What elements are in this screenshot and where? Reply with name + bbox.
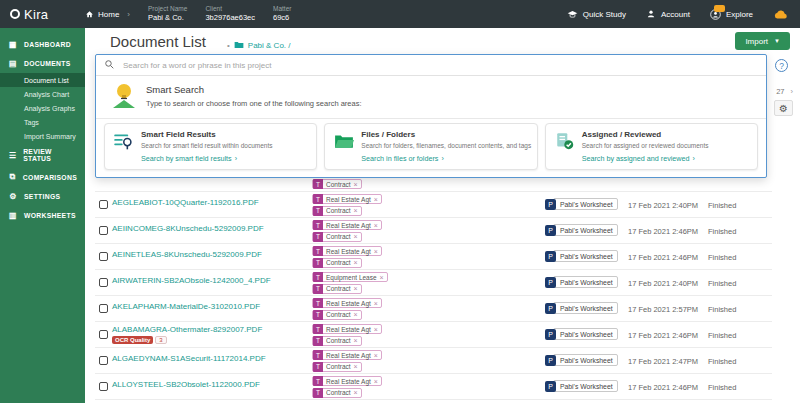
table-row: AEGLEABIOT-10QQuarter-1192016.PDFTReal E… (95, 192, 772, 218)
upload-cloud-icon[interactable] (773, 8, 788, 20)
tag[interactable]: TReal Estate Agt× (312, 220, 382, 230)
remove-tag-icon[interactable]: × (374, 248, 378, 255)
worksheet-badge[interactable]: PPabi's Worksheet (545, 328, 618, 340)
remove-tag-icon[interactable]: × (354, 259, 358, 266)
search-input[interactable] (121, 60, 758, 71)
worksheet-badge[interactable]: PPabi's Worksheet (545, 276, 618, 288)
tag-list: TReal Estate Agt×TContract× (312, 298, 382, 320)
document-link[interactable]: AIRWATERIN-SB2AObsole-1242000_4.PDF (112, 276, 271, 285)
worksheet-badge[interactable]: PPabi's Worksheet (545, 302, 618, 314)
row-checkbox[interactable] (99, 278, 108, 287)
tag[interactable]: TContract× (312, 336, 362, 346)
worksheet-badge[interactable]: PPabi's Worksheet (545, 198, 618, 210)
tag[interactable]: TReal Estate Agt× (312, 298, 382, 308)
row-date: 17 Feb 2021 2:40PM (628, 201, 698, 210)
sidebar-item-worksheets[interactable]: ▥WORKSHEETS (0, 206, 85, 225)
sidebar-item-documents[interactable]: ▤DOCUMENTS (0, 54, 85, 73)
document-link[interactable]: AEIINCOMEG-8KUnschedu-5292009.PDF (112, 224, 264, 233)
card-link[interactable]: Search by smart field results› (141, 154, 237, 163)
tag[interactable]: TEquipment Lease× (312, 272, 388, 282)
remove-tag-icon[interactable]: × (354, 337, 358, 344)
sidebar-item-review-status[interactable]: ☰REVIEW STATUS (0, 143, 85, 167)
sidebar-item-analysis-chart[interactable]: Analysis Chart (0, 87, 85, 101)
remove-tag-icon[interactable]: × (380, 274, 384, 281)
row-date: 17 Feb 2021 2:40PM (628, 279, 698, 288)
document-link[interactable]: AKELAPHARM-MaterialDe-3102010.PDF (112, 302, 260, 311)
row-checkbox[interactable] (99, 356, 108, 365)
worksheet-initial: P (545, 329, 556, 340)
remove-tag-icon[interactable]: × (374, 352, 378, 359)
worksheet-badge[interactable]: PPabi's Worksheet (545, 380, 618, 392)
search-card-smart-field-results[interactable]: Smart Field ResultsSearch for smart fiel… (104, 123, 317, 170)
worksheet-badge[interactable]: PPabi's Worksheet (545, 354, 618, 366)
remove-tag-icon[interactable]: × (354, 389, 358, 396)
tag[interactable]: TContract× (312, 258, 362, 268)
sidebar-item-settings[interactable]: ⚙SETTINGS (0, 187, 85, 206)
row-checkbox[interactable] (99, 382, 108, 391)
remove-tag-icon[interactable]: × (374, 378, 378, 385)
explore-link[interactable]: Explore (710, 9, 753, 20)
remove-tag-icon[interactable]: × (354, 363, 358, 370)
tag[interactable]: TContract× (312, 388, 362, 398)
row-checkbox[interactable] (99, 200, 108, 209)
tag[interactable]: TReal Estate Agt× (312, 324, 382, 334)
card-link[interactable]: Search in files or folders› (361, 154, 443, 163)
help-button[interactable]: ? (775, 59, 788, 72)
sidebar-item-comparisons[interactable]: ⧉COMPARISONS (0, 167, 85, 187)
remove-tag-icon[interactable]: × (354, 181, 358, 188)
breadcrumb[interactable]: • Pabi & Co. / (227, 40, 291, 51)
next-page-icon[interactable]: › (791, 87, 794, 96)
card-title: Assigned / Reviewed (582, 130, 662, 139)
remove-tag-icon[interactable]: × (354, 233, 358, 240)
card-link[interactable]: Search by assigned and reviewed› (582, 154, 695, 163)
sidebar-item-analysis-graphs[interactable]: Analysis Graphs (0, 101, 85, 115)
document-link[interactable]: ALGAEDYNAM-S1ASecurit-11172014.PDF (112, 354, 266, 363)
tag[interactable]: TContract× (312, 179, 362, 189)
remove-tag-icon[interactable]: × (374, 196, 378, 203)
search-card-assigned-reviewed[interactable]: Assigned / ReviewedSearch for assigned o… (545, 123, 758, 170)
table-row: ALGAEDYNAM-S1ASecurit-11172014.PDFTReal … (95, 348, 772, 374)
document-link[interactable]: ALLOYSTEEL-SB2Obsolet-1122000.PDF (112, 380, 260, 389)
tag[interactable]: TContract× (312, 310, 362, 320)
search-card-files-folders[interactable]: Files / FoldersSearch for folders, filen… (324, 123, 537, 170)
row-checkbox[interactable] (99, 330, 108, 339)
tag-list: TReal Estate Agt×TContract× (312, 246, 382, 268)
tag[interactable]: TReal Estate Agt× (312, 376, 382, 386)
document-link[interactable]: AEINETLEAS-8KUnschedu-5292009.PDF (112, 250, 262, 259)
document-link[interactable]: AEGLEABIOT-10QQuarter-1192016.PDF (112, 198, 259, 207)
account-label: Account (661, 10, 690, 19)
remove-tag-icon[interactable]: × (354, 311, 358, 318)
column-settings-button[interactable]: ⚙ (774, 100, 793, 116)
remove-tag-icon[interactable]: × (374, 326, 378, 333)
tag[interactable]: TContract× (312, 284, 362, 294)
tag[interactable]: TContract× (312, 206, 362, 216)
tag[interactable]: TReal Estate Agt× (312, 194, 382, 204)
account-link[interactable]: Account (646, 9, 690, 19)
row-status: Finished (708, 357, 736, 366)
import-button[interactable]: Import ▼ (735, 32, 790, 50)
sidebar-item-dashboard[interactable]: ▦DASHBOARD (0, 35, 85, 54)
remove-tag-icon[interactable]: × (374, 300, 378, 307)
row-checkbox[interactable] (99, 304, 108, 313)
document-link[interactable]: ALABAMAGRA-Othermater-8292007.PDF (112, 325, 262, 334)
sidebar-item-document-list[interactable]: Document List (0, 73, 85, 87)
sidebar-item-tags[interactable]: Tags (0, 115, 85, 129)
remove-tag-icon[interactable]: × (354, 207, 358, 214)
worksheet-badge[interactable]: PPabi's Worksheet (545, 224, 618, 236)
remove-tag-icon[interactable]: × (354, 285, 358, 292)
tag-list: TReal Estate Agt×TContract× (312, 324, 382, 346)
tag[interactable]: TContract× (312, 362, 362, 372)
tag[interactable]: TContract× (312, 232, 362, 242)
remove-tag-icon[interactable]: × (374, 222, 378, 229)
quick-study-link[interactable]: Quick Study (567, 9, 626, 20)
app-logo[interactable]: Kira (0, 7, 85, 22)
row-checkbox[interactable] (99, 252, 108, 261)
tag-list: TReal Estate Agt×TContract× (312, 220, 382, 242)
sidebar-item-import-summary[interactable]: Import Summary (0, 129, 85, 143)
notification-badge (714, 5, 725, 12)
tag[interactable]: TReal Estate Agt× (312, 350, 382, 360)
worksheet-badge[interactable]: PPabi's Worksheet (545, 250, 618, 262)
home-link[interactable]: Home › (85, 10, 130, 19)
row-checkbox[interactable] (99, 226, 108, 235)
tag[interactable]: TReal Estate Agt× (312, 246, 382, 256)
